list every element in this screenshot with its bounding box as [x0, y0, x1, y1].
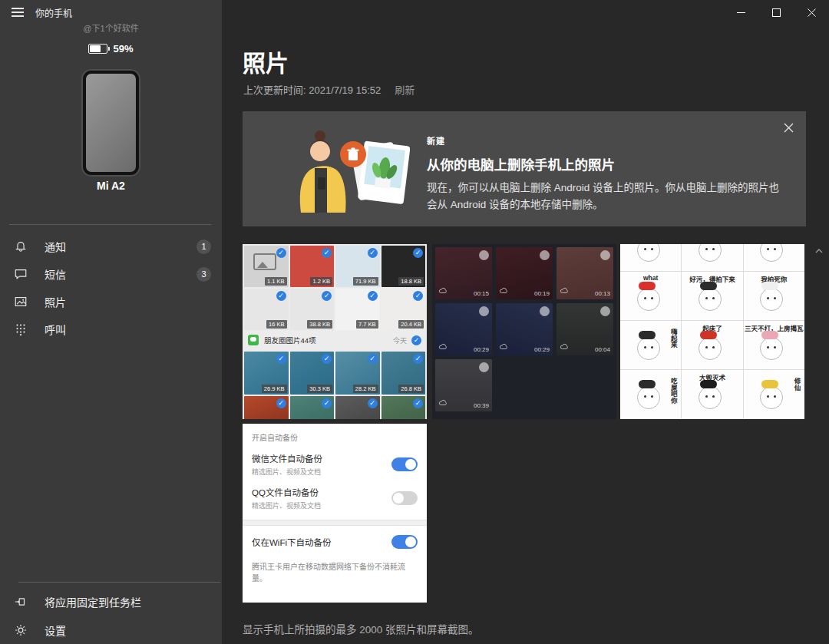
photo-icon — [14, 295, 28, 309]
select-circle-icon — [540, 306, 550, 316]
video-duration: 00:19 — [534, 290, 550, 297]
banner-illustration — [278, 121, 410, 219]
meme-cell: 大毁灭术 — [682, 370, 742, 418]
sidebar-item-photos[interactable]: 照片 — [0, 288, 222, 315]
meta-row: 上次更新时间: 2021/7/19 15:52 刷新 — [243, 82, 414, 97]
close-button[interactable] — [794, 0, 829, 25]
backup-header: 开启自动备份 — [252, 431, 418, 443]
photo-tile: ✓26.8 KB — [381, 352, 426, 395]
select-circle-icon — [540, 250, 550, 260]
sidebar-item-label: 通知 — [45, 239, 197, 254]
message-count-badge: 3 — [197, 267, 211, 282]
photo-thumbnail-wechat-files[interactable]: ✓1.1 KB✓1.2 KB✓71.9 KB✓18.8 KB✓16 KB✓38.… — [243, 244, 427, 419]
meme-caption: what — [620, 274, 681, 282]
selected-check-icon: ✓ — [322, 291, 332, 301]
backup-row-wifi: 仅在WiFi下自动备份 — [252, 535, 418, 549]
sidebar-item-notifications[interactable]: 通知 1 — [0, 233, 222, 260]
file-tile: ✓1.2 KB — [290, 246, 335, 287]
backup-row-qq: QQ文件自动备份 精选图片、视频及文档 — [252, 486, 418, 510]
meme-face — [699, 386, 722, 409]
meme-cell — [620, 244, 681, 271]
pin-to-taskbar-button[interactable]: 将应用固定到任务栏 — [0, 587, 222, 616]
window-controls — [723, 0, 829, 25]
video-tile: 00:19 — [496, 247, 553, 299]
file-tile: ✓20.4 KB — [381, 289, 426, 330]
meme-face — [760, 337, 783, 360]
photo-tile: ✓ — [244, 396, 289, 419]
bell-icon — [14, 239, 28, 253]
sidebar-item-label: 短信 — [45, 266, 197, 282]
video-duration: 00:13 — [595, 290, 610, 297]
scroll-up-arrow[interactable] — [814, 246, 824, 256]
video-duration: 00:29 — [534, 346, 550, 353]
photo-tile: ✓26.9 KB — [244, 352, 289, 395]
meme-face — [760, 386, 783, 409]
meme-cell: 吃屎吧你 — [620, 370, 681, 418]
minimize-button[interactable] — [723, 0, 758, 25]
video-tile: 00:39 — [435, 359, 492, 411]
photo-thumbnail-video-gallery[interactable]: 00:1500:1900:1300:2900:2900:0400:39 — [432, 244, 616, 419]
video-tile: 00:29 — [435, 303, 492, 355]
backup-settings-panel: 开启自动备份 微信文件自动备份 精选图片、视频及文档 QQ文件自动备份 精选图片… — [243, 424, 427, 592]
device-name: Mi A2 — [0, 180, 222, 192]
meme-accent — [639, 331, 656, 339]
backup-row-title: QQ文件自动备份 — [252, 486, 391, 498]
file-size-label: 7.7 KB — [356, 320, 378, 329]
backup-row-title: 微信文件自动备份 — [252, 452, 391, 464]
cloud-download-icon — [438, 395, 448, 409]
refresh-link[interactable]: 刷新 — [395, 82, 414, 97]
file-size-label: 28.2 KB — [353, 385, 378, 393]
photo-thumbnail-meme-grid[interactable]: what好污，得拍下来我拍死你嗨起来起床了三天不打，上房揭瓦吃屎吧你大毁灭术修仙 — [620, 244, 804, 419]
selected-check-icon: ✓ — [368, 354, 378, 364]
wechat-icon — [248, 335, 259, 345]
video-duration: 00:39 — [474, 402, 489, 409]
meme-accent — [700, 282, 717, 290]
sidebar-divider — [9, 224, 211, 225]
qq-backup-toggle — [391, 491, 418, 505]
photo-tile: ✓28.2 KB — [335, 352, 380, 395]
file-size-label: 26.8 KB — [398, 385, 424, 393]
backup-row-title: 仅在WiFi下自动备份 — [252, 536, 391, 548]
video-tile: 00:15 — [435, 247, 492, 299]
select-circle-icon — [600, 250, 610, 260]
selected-check-icon: ✓ — [368, 398, 378, 408]
battery-icon — [88, 44, 107, 54]
meme-cell: what — [620, 272, 681, 320]
selected-check-icon: ✓ — [322, 398, 332, 408]
new-feature-badge: 新建 — [427, 134, 788, 147]
footer-item-label: 将应用固定到任务栏 — [45, 594, 211, 609]
video-tile: 00:04 — [557, 303, 613, 355]
phone-mockup — [83, 71, 139, 175]
watermark-text: @下1个好软件 — [0, 21, 222, 34]
file-tile: ✓38.8 KB — [290, 289, 335, 330]
message-icon — [14, 267, 28, 281]
sidebar-item-calls[interactable]: 呼叫 — [0, 315, 222, 343]
file-size-label: 18.8 KB — [398, 277, 424, 286]
meme-caption: 修仙 — [792, 378, 801, 391]
settings-button[interactable]: 设置 — [0, 616, 222, 644]
wechat-backup-toggle — [391, 457, 418, 471]
file-size-label: 30.3 KB — [307, 385, 332, 393]
photo-thumbnail-backup-settings[interactable]: 开启自动备份 微信文件自动备份 精选图片、视频及文档 QQ文件自动备份 精选图片… — [243, 424, 427, 603]
main-content: 照片 上次更新时间: 2021/7/19 15:52 刷新 — [222, 0, 829, 644]
meme-face — [637, 288, 660, 311]
meme-cell — [682, 244, 742, 271]
sidebar: 你的手机 @下1个好软件 59% Mi A2 通知 1 短信 3 — [0, 0, 222, 644]
meme-accent — [761, 331, 778, 339]
sidebar-item-messages[interactable]: 短信 3 — [0, 260, 222, 288]
file-tile: ✓71.9 KB — [335, 246, 380, 287]
meme-face — [637, 337, 660, 360]
file-size-label: 71.9 KB — [353, 277, 378, 286]
cloud-download-icon — [560, 283, 570, 297]
selected-check-icon: ✓ — [413, 291, 423, 301]
selected-check-icon: ✓ — [276, 291, 286, 301]
backup-row-subtitle: 精选图片、视频及文档 — [252, 467, 391, 477]
select-circle-icon — [479, 362, 489, 372]
meme-cell: 起床了 — [682, 321, 742, 369]
file-size-label: 26.9 KB — [262, 385, 287, 393]
maximize-button[interactable] — [758, 0, 794, 25]
meme-face — [699, 244, 722, 262]
notification-count-badge: 1 — [197, 239, 211, 254]
meme-face — [637, 386, 660, 409]
page-title: 照片 — [243, 45, 289, 78]
